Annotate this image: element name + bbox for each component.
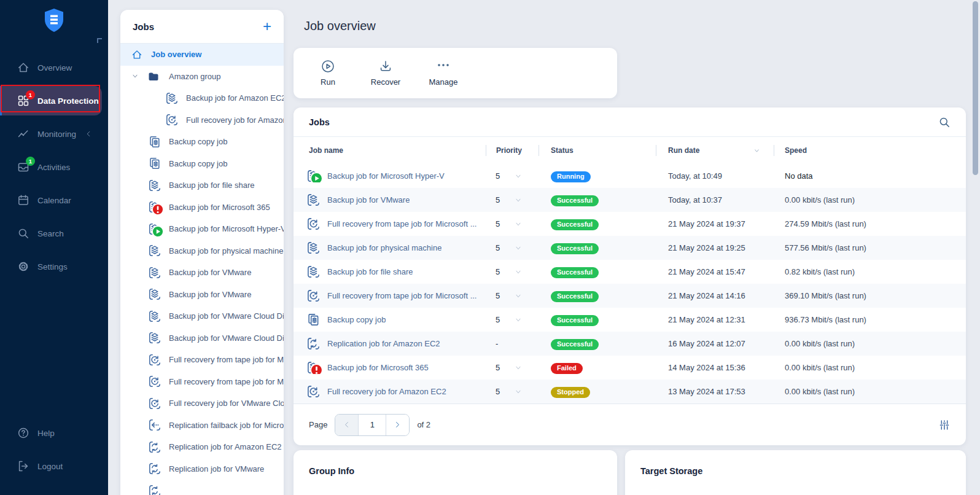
tree-item-job-overview[interactable]: Job overview (120, 44, 284, 66)
table-settings-sliders-icon[interactable] (938, 419, 951, 431)
tree-item-job[interactable]: Replication job for VMware (120, 458, 284, 480)
tree-item-job[interactable]: Full recovery from tape job for Micr (120, 349, 284, 371)
tree-item-job[interactable]: Full recovery job for Amazon E (120, 109, 284, 131)
sidebar-item-logout[interactable]: Logout (0, 450, 108, 483)
priority-dropdown-icon[interactable] (515, 292, 522, 300)
table-column-headers: Job name Priority Status Run date Speed (294, 137, 966, 164)
add-job-button[interactable]: + (263, 19, 271, 34)
job-name-link[interactable]: Replication job for Amazon EC2 (327, 339, 440, 348)
column-header-job-name[interactable]: Job name (294, 137, 486, 164)
job-name-link[interactable]: Full recovery from tape job for Microsof… (327, 219, 476, 228)
vertical-scrollbar-thumb[interactable] (973, 1, 978, 175)
monitoring-collapse-icon[interactable] (85, 130, 92, 138)
search-icon (17, 227, 29, 240)
tree-item-job[interactable]: Full recovery from tape job for Micr (120, 371, 284, 393)
tree-item-job[interactable]: Replication failback job for Microsof (120, 415, 284, 437)
priority-dropdown-icon[interactable] (515, 268, 522, 276)
tree-item-job[interactable]: Backup copy job (120, 153, 284, 175)
job-name-link[interactable]: Full recovery job for Amazon EC2 (327, 387, 446, 396)
job-name-link[interactable]: Backup job for file share (327, 267, 413, 276)
tree-item-label: Full recovery from tape job for Micr (169, 377, 284, 386)
tree-item-job[interactable]: Backup job for Microsoft 365 (120, 197, 284, 219)
column-header-status[interactable]: Status (539, 137, 656, 164)
chevron-down-icon[interactable] (131, 72, 139, 80)
sidebar-item-data-protection[interactable]: 1 Data Protection (0, 86, 102, 115)
tree-item-job[interactable]: Backup job for VMware (120, 284, 284, 306)
table-row[interactable]: Full recovery from tape job for Microsof… (294, 284, 966, 308)
tree-item-job[interactable]: Backup copy job (120, 131, 284, 153)
speed-value: 0.82 kbit/s (last run) (774, 267, 966, 276)
speed-value: No data (774, 171, 966, 181)
column-header-speed[interactable]: Speed (774, 137, 966, 164)
recover-button[interactable]: Recover (366, 60, 405, 87)
table-row[interactable]: Backup job for physical machine 5 Succes… (294, 236, 966, 260)
job-name-link[interactable]: Backup job for physical machine (327, 243, 441, 252)
tree-item-label: Backup job for Microsoft 365 (169, 203, 270, 212)
home-icon (131, 49, 142, 60)
priority-dropdown-icon[interactable] (515, 388, 522, 396)
table-row[interactable]: Backup job for VMware 5 Successful Today… (294, 188, 966, 212)
jobs-table-header: Jobs (294, 107, 966, 137)
sidebar-item-label: Help (37, 429, 55, 438)
job-name-link[interactable]: Full recovery from tape job for Microsof… (327, 291, 476, 300)
sidebar-item-settings[interactable]: Settings (0, 250, 108, 283)
run-button[interactable]: Run (308, 60, 348, 87)
priority-dropdown-icon[interactable] (515, 220, 522, 228)
page-number-input[interactable] (359, 415, 386, 435)
sidebar-item-calendar[interactable]: Calendar (0, 184, 108, 217)
previous-page-button[interactable] (335, 415, 359, 435)
tree-item-job[interactable]: Backup job for Amazon EC2 (120, 87, 284, 109)
job-name-link[interactable]: Backup job for Microsoft 365 (327, 363, 429, 372)
recovery-job-icon (149, 375, 161, 388)
tree-item-job[interactable]: Full recovery job for VMware Cloud (120, 392, 284, 415)
sidebar-corner-expand-icon[interactable] (97, 38, 102, 43)
sidebar-item-help[interactable]: Help (0, 416, 108, 450)
priority-value: 5 (496, 387, 500, 396)
priority-dropdown-icon[interactable] (515, 173, 522, 180)
tree-item-job[interactable]: Backup job for VMware Cloud Direc (120, 305, 284, 327)
table-row[interactable]: Replication job for Amazon EC2 - Success… (294, 332, 966, 356)
sidebar-item-search[interactable]: Search (0, 217, 108, 250)
play-circle-icon (321, 60, 335, 73)
priority-dropdown-icon[interactable] (515, 197, 522, 204)
page-title: Job overview (304, 19, 376, 33)
tree-item-label: Backup job for VMware (169, 290, 251, 299)
backup-job-icon-error (307, 361, 320, 374)
home-icon (17, 61, 29, 74)
tree-item-job-partial[interactable] (120, 480, 284, 495)
status-badge: Successful (551, 195, 599, 206)
job-name-link[interactable]: Backup job for VMware (327, 195, 410, 205)
priority-dropdown-icon[interactable] (515, 244, 522, 252)
sidebar-item-overview[interactable]: Overview (0, 51, 108, 84)
manage-button[interactable]: Manage (424, 60, 463, 87)
sidebar-item-activities[interactable]: 1 Activities (0, 150, 108, 184)
table-row[interactable]: Backup job for Microsoft 365 5 Failed 14… (294, 356, 966, 380)
sort-chevron-down-icon (753, 147, 760, 154)
backup-job-icon (149, 179, 161, 192)
tree-item-group[interactable]: Amazon group (120, 66, 284, 88)
tree-item-job[interactable]: Replication job for Amazon EC2 (120, 436, 284, 458)
jobs-tree-header: Jobs + (120, 10, 284, 44)
tree-item-job[interactable]: Backup job for VMware Cloud Direc (120, 327, 284, 349)
job-name-link[interactable]: Backup copy job (327, 315, 386, 324)
priority-dropdown-icon[interactable] (515, 364, 522, 372)
job-name-link[interactable]: Backup job for Microsoft Hyper-V (327, 171, 445, 181)
column-header-run-date[interactable]: Run date (656, 137, 774, 164)
table-row[interactable]: Backup job for file share 5 Successful 2… (294, 260, 966, 284)
tree-item-job[interactable]: Backup job for VMware (120, 262, 284, 284)
table-row[interactable]: Backup copy job 5 Successful 21 May 2024… (294, 308, 966, 332)
table-row[interactable]: Full recovery job for Amazon EC2 5 Stopp… (294, 380, 966, 403)
table-row[interactable]: Backup job for Microsoft Hyper-V 5 Runni… (294, 164, 966, 188)
status-badge: Successful (551, 291, 599, 302)
table-search-button[interactable] (938, 116, 951, 128)
tree-item-job[interactable]: Backup job for Microsoft Hyper-V (120, 218, 284, 240)
sidebar-item-monitoring[interactable]: Monitoring (0, 117, 108, 150)
next-page-button[interactable] (386, 415, 409, 435)
tree-item-label: Backup job for VMware Cloud Direc (169, 311, 284, 321)
column-header-priority[interactable]: Priority (486, 137, 539, 164)
priority-dropdown-icon[interactable] (515, 316, 522, 324)
app-sidebar: Overview 1 Data Protection Monitoring 1 … (0, 0, 108, 495)
table-row[interactable]: Full recovery from tape job for Microsof… (294, 212, 966, 236)
tree-item-job[interactable]: Backup job for file share (120, 174, 284, 197)
tree-item-job[interactable]: Backup job for physical machine (120, 240, 284, 262)
